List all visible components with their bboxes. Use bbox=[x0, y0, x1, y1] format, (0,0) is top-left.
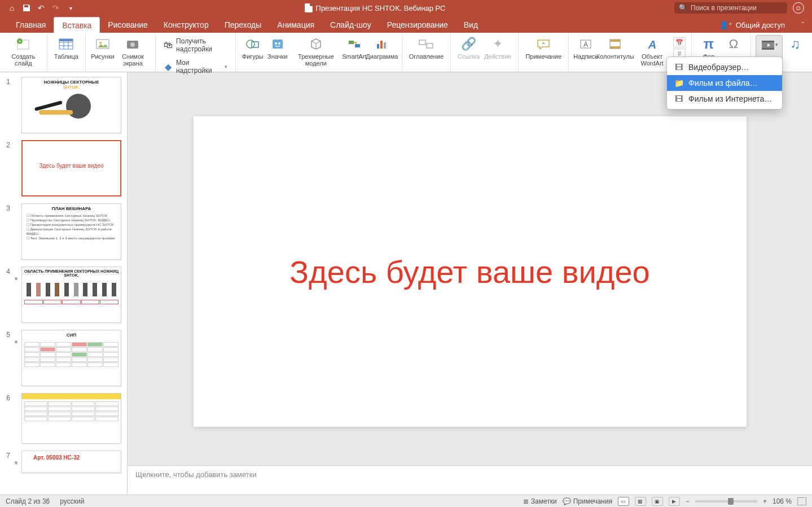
search-placeholder: Поиск в презентации bbox=[691, 4, 757, 12]
chart-label: Диаграмма bbox=[366, 53, 398, 60]
movie-from-file-item[interactable]: 📁 Фильм из файла… bbox=[667, 75, 782, 91]
slide-thumb-7[interactable]: Арт. 05003 НС-32 bbox=[21, 451, 121, 473]
current-slide[interactable]: Здесь будет ваше видео bbox=[194, 116, 747, 427]
link-label: Ссылка bbox=[458, 53, 480, 60]
link-button[interactable]: 🔗 Ссылка bbox=[455, 35, 482, 61]
date-time-button[interactable]: 📅 bbox=[673, 37, 686, 47]
comments-toggle[interactable]: 💬 Примечания bbox=[563, 497, 612, 505]
smartart-icon bbox=[345, 36, 363, 52]
zoom-slider[interactable] bbox=[695, 500, 757, 502]
chevron-down-icon: ▾ bbox=[225, 64, 227, 69]
my-addins-label: Мои надстройки bbox=[176, 59, 221, 75]
thumb-number: 1 bbox=[2, 77, 10, 133]
notes-lines-icon: ≣ bbox=[523, 497, 529, 505]
slideshow-view-button[interactable]: ▶ bbox=[669, 497, 680, 506]
headerfooter-button[interactable]: Колонтитулы bbox=[598, 35, 632, 61]
new-slide-button[interactable]: + Создать слайд bbox=[5, 35, 42, 68]
movie-from-internet-item[interactable]: 🎞 Фильм из Интернета… bbox=[667, 91, 782, 107]
svg-point-12 bbox=[130, 42, 135, 47]
contents-label: Оглавление bbox=[409, 53, 444, 60]
tab-slideshow[interactable]: Слайд-шоу bbox=[322, 17, 379, 33]
slide-main-text[interactable]: Здесь будет ваше видео bbox=[289, 253, 649, 290]
language-indicator[interactable]: русский bbox=[60, 497, 84, 505]
svg-text:+: + bbox=[542, 40, 545, 46]
collapse-ribbon-icon[interactable]: ˇ bbox=[802, 21, 804, 33]
search-box[interactable]: 🔍 Поиск в презентации bbox=[674, 2, 787, 14]
my-addins-button[interactable]: ◆ Мои надстройки ▾ bbox=[160, 56, 231, 77]
audio-button[interactable]: ♫ bbox=[783, 35, 807, 61]
cube-icon bbox=[307, 36, 325, 52]
slide-canvas[interactable]: Здесь будет ваше видео bbox=[128, 72, 812, 465]
chart-button[interactable]: Диаграмма bbox=[367, 35, 397, 61]
video-dropdown-menu: 🎞 Видеобраузер… 📁 Фильм из файла… 🎞 Филь… bbox=[666, 56, 783, 110]
normal-view-button[interactable]: ▭ bbox=[618, 497, 629, 506]
notes-pane[interactable]: Щелкните, чтобы добавить заметки bbox=[128, 465, 812, 495]
thumb-2-text: Здесь будет ваше видео bbox=[23, 141, 120, 169]
action-label: Действие bbox=[484, 53, 511, 60]
slide-thumb-1[interactable]: НОЖНИЦЫ СЕКТОРНЫЕSHTOK. bbox=[21, 77, 121, 133]
sorter-view-button[interactable]: ▦ bbox=[635, 497, 646, 506]
zoom-percent[interactable]: 106 % bbox=[773, 497, 792, 505]
textbox-button[interactable]: A Надпись bbox=[573, 35, 598, 61]
tab-draw[interactable]: Рисование bbox=[100, 17, 156, 33]
get-addins-button[interactable]: 🛍 Получить надстройки bbox=[160, 35, 231, 55]
slide-thumb-4[interactable]: ОБЛАСТЬ ПРИМЕНЕНИЯ СЕКТОРНЫХ НОЖНИЦ SHTO… bbox=[21, 266, 121, 323]
svg-rect-38 bbox=[34, 100, 63, 111]
pi-icon: π bbox=[700, 36, 718, 52]
icons-label: Значки bbox=[267, 53, 287, 60]
table-icon bbox=[57, 36, 75, 52]
svg-point-10 bbox=[99, 42, 102, 44]
qat-customize-icon[interactable]: ▾ bbox=[65, 3, 76, 13]
svg-rect-33 bbox=[762, 41, 774, 42]
notes-toggle[interactable]: ≣ Заметки bbox=[523, 497, 557, 505]
slide-counter[interactable]: Слайд 2 из 36 bbox=[6, 497, 50, 505]
chart-icon bbox=[373, 36, 391, 52]
comment-button[interactable]: + Примечание bbox=[523, 35, 564, 61]
tab-review[interactable]: Рецензирование bbox=[379, 17, 456, 33]
screenshot-button[interactable]: Снимок экрана bbox=[115, 35, 151, 68]
tab-design[interactable]: Конструктор bbox=[156, 17, 217, 33]
pictures-button[interactable]: Рисунки bbox=[90, 35, 115, 61]
contents-button[interactable]: Оглавление bbox=[407, 35, 446, 61]
svg-point-16 bbox=[275, 42, 277, 45]
svg-rect-23 bbox=[419, 40, 425, 45]
main-body: 1 НОЖНИЦЫ СЕКТОРНЫЕSHTOK. 2 Здесь будет … bbox=[0, 72, 812, 495]
thumb-number: 4 bbox=[2, 266, 10, 323]
tab-home[interactable]: Главная bbox=[8, 17, 54, 33]
share-button[interactable]: 👤⁺ Общий доступ bbox=[719, 21, 785, 33]
zoom-out-button[interactable]: − bbox=[686, 497, 690, 505]
save-icon[interactable] bbox=[21, 3, 32, 13]
home-icon[interactable]: ⌂ bbox=[7, 3, 17, 13]
comment-icon: + bbox=[534, 36, 552, 52]
title-bar: ⌂ ↶ ↷ ▾ Презентация НС SHTOK. Вебинар РС… bbox=[0, 0, 812, 16]
slide-thumb-6[interactable] bbox=[21, 393, 121, 444]
slide-thumbnail-panel[interactable]: 1 НОЖНИЦЫ СЕКТОРНЫЕSHTOK. 2 Здесь будет … bbox=[0, 72, 128, 495]
video-browser-item[interactable]: 🎞 Видеобраузер… bbox=[667, 59, 782, 75]
zoom-in-button[interactable]: + bbox=[763, 497, 767, 505]
slide-thumb-3[interactable]: ПЛАН ВЕБИНАРА ☐ Область применения Секто… bbox=[21, 203, 121, 260]
account-icon[interactable]: ☺ bbox=[793, 2, 804, 14]
slide-thumb-2[interactable]: Здесь будет ваше видео bbox=[21, 140, 121, 196]
shapes-button[interactable]: Фигуры bbox=[240, 35, 265, 61]
slide-thumb-5[interactable]: СИП bbox=[21, 330, 121, 386]
document-title: Презентация НС SHTOK. Вебинар РС bbox=[76, 3, 674, 12]
fit-to-window-button[interactable] bbox=[797, 497, 806, 505]
table-label: Таблица bbox=[54, 53, 78, 60]
action-button[interactable]: ✦ Действие bbox=[482, 35, 513, 61]
tab-insert[interactable]: Вставка bbox=[54, 17, 100, 33]
redo-icon[interactable]: ↷ bbox=[51, 3, 61, 13]
tab-animations[interactable]: Анимация bbox=[269, 17, 322, 33]
reading-view-button[interactable]: ▣ bbox=[652, 497, 663, 506]
zoom-knob[interactable] bbox=[728, 498, 734, 505]
smartart-button[interactable]: SmartArt bbox=[342, 35, 367, 61]
undo-icon[interactable]: ↶ bbox=[36, 3, 46, 13]
table-button[interactable]: Таблица bbox=[52, 35, 81, 61]
link-icon: 🔗 bbox=[460, 36, 478, 52]
ribbon-tabs: Главная Вставка Рисование Конструктор Пе… bbox=[0, 16, 812, 33]
icons-button[interactable]: Значки bbox=[265, 35, 290, 61]
3d-models-button[interactable]: Трехмерные модели bbox=[290, 35, 342, 68]
shapes-icon bbox=[244, 36, 262, 52]
tab-transitions[interactable]: Переходы bbox=[217, 17, 270, 33]
tab-view[interactable]: Вид bbox=[456, 17, 486, 33]
screenshot-label: Снимок экрана bbox=[117, 53, 148, 67]
